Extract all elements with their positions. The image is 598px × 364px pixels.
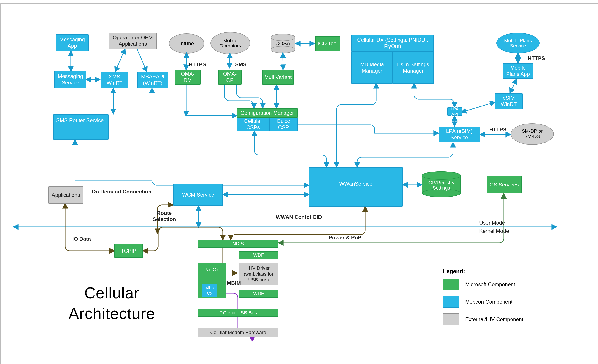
- svg-text:Settings: Settings: [433, 185, 450, 191]
- sms-router-box: SMS Router Service: [53, 114, 109, 140]
- wdf2-box: WDF: [239, 290, 278, 298]
- svg-line-45: [283, 53, 283, 69]
- svg-point-13: [271, 46, 295, 53]
- config-mgr-box: Configuration Manager: [237, 108, 298, 118]
- legend-swatch-mobcon: [443, 296, 459, 308]
- https-label-1: HTTPS: [189, 61, 206, 68]
- applications-box: Applications: [48, 186, 83, 203]
- operator-oem-box: Operator or OEM Applications: [109, 33, 157, 49]
- gp-registry-db-icon: GP/Registry Settings: [422, 172, 461, 197]
- oma-cp-box: OMA-CP: [218, 70, 242, 85]
- lpa-service-box: LPA (eSIM) Service: [439, 127, 480, 142]
- legend-row-external: External/IHV Component: [443, 313, 523, 326]
- messaging-app-box: Messaging App: [56, 34, 89, 51]
- mbim-label: MBIM: [227, 280, 241, 286]
- sms-label: SMS: [235, 61, 247, 68]
- sms-winrt-box: SMS WinRT: [101, 72, 128, 88]
- multivariant-box: MultiVariant: [262, 70, 294, 85]
- svg-text:Mobile: Mobile: [223, 38, 238, 43]
- svg-text:Mobile Plans: Mobile Plans: [504, 38, 532, 43]
- mb-media-box: MB Media Manager: [351, 52, 393, 84]
- sm-dp-cloud: SM-DP or SM-DS: [511, 123, 554, 145]
- svg-text:Service: Service: [510, 43, 526, 49]
- svg-text:GP/Registry: GP/Registry: [429, 180, 455, 185]
- modem-hw-box: Cellular Modem Hardware: [198, 328, 278, 337]
- legend-heading: Legend:: [443, 268, 523, 275]
- cellular-csps-box: Cellular CSPs: [237, 118, 269, 131]
- legend-swatch-external: [443, 314, 459, 325]
- svg-point-31: [422, 172, 461, 179]
- mbaeapi-box: MBAEAPI (WinRT): [137, 72, 168, 88]
- diagram-title: Cellular Architecture: [50, 283, 173, 324]
- legend-label-mobcon: Mobcon Component: [465, 299, 513, 305]
- svg-line-53: [510, 79, 516, 93]
- ihv-driver-box: IHV Driver (wmbclass for USB bus): [239, 263, 278, 285]
- svg-text:SM-DP or: SM-DP or: [522, 128, 543, 134]
- esim-winrt-box: eSIM WinRT: [495, 93, 523, 109]
- wwan-oid-label: WWAN Contol OID: [276, 214, 322, 220]
- https-label-3: HTTPS: [489, 127, 507, 133]
- pcie-usb-box: PCIe or USB Bus: [198, 309, 278, 317]
- esim-settings-box: Esim Settings Manager: [393, 52, 434, 84]
- tcpip-box: TCPIP: [114, 244, 143, 258]
- oma-dm-box: OMA-DM: [175, 70, 200, 85]
- mobile-operators-cloud: Mobile Operators: [211, 32, 250, 54]
- legend: Legend: Microsoft Component Mobcon Compo…: [443, 268, 523, 326]
- mobile-plans-app-box: Mobile Plans App: [503, 63, 533, 79]
- ondemand-label: On Demand Connection: [92, 189, 151, 195]
- svg-text:COSA: COSA: [275, 40, 290, 46]
- wwan-service-box: WWanService: [309, 167, 403, 207]
- wcm-box: WCM Service: [174, 184, 223, 206]
- lpa-api-box: LPA API: [447, 107, 462, 116]
- svg-line-41: [229, 54, 230, 68]
- cosa-db-icon: COSA: [271, 34, 295, 53]
- legend-row-microsoft: Microsoft Component: [443, 278, 523, 291]
- mobile-plans-service-cloud: Mobile Plans Service: [497, 33, 539, 53]
- legend-label-microsoft: Microsoft Component: [465, 281, 515, 287]
- https-label-2: HTTPS: [528, 55, 545, 61]
- svg-line-37: [115, 49, 125, 72]
- ndis-box: NDIS: [198, 240, 278, 248]
- svg-line-40: [186, 53, 187, 69]
- io-data-label: IO Data: [72, 236, 91, 242]
- svg-text:Operators: Operators: [220, 43, 241, 49]
- user-mode-label: User Mode: [479, 220, 505, 226]
- euicc-csp-box: Euicc CSP: [269, 118, 298, 131]
- power-pnp-label: Power & PnP: [329, 235, 361, 241]
- legend-row-mobcon: Mobcon Component: [443, 295, 523, 308]
- cellular-ux-box: Cellular UX (Settings, PNIDUI, FlyOut): [351, 35, 434, 52]
- svg-line-50: [462, 102, 495, 112]
- svg-text:Intune: Intune: [179, 40, 194, 46]
- messaging-service-box: Messaging Service: [54, 71, 86, 88]
- svg-line-38: [137, 49, 147, 72]
- icd-tool-box: ICD Tool: [315, 36, 340, 51]
- os-services-box: OS Services: [487, 176, 522, 194]
- svg-text:SM-DS: SM-DS: [524, 134, 540, 139]
- svg-point-14: [271, 34, 295, 41]
- mbbcx-box: Mbb Cx: [202, 284, 217, 297]
- legend-label-external: External/IHV Component: [465, 316, 523, 323]
- legend-swatch-microsoft: [443, 279, 459, 290]
- wdf1-box: WDF: [239, 251, 278, 259]
- kernel-mode-label: Kernel Mode: [479, 228, 509, 234]
- route-label: Route Selection: [151, 210, 177, 222]
- intune-cloud: Intune: [169, 34, 204, 53]
